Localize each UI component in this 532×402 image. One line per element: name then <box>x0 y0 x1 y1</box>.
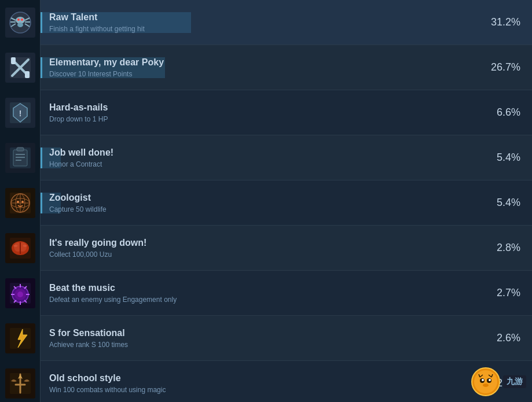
svg-point-68 <box>482 379 484 381</box>
achievement-title: Raw Talent <box>49 12 477 23</box>
achievement-description: Win 100 combats without using magic <box>49 386 477 394</box>
achievement-title: Beat the music <box>49 283 477 293</box>
achievement-row[interactable]: Zoologist Capture 50 wildlife 5.4% <box>0 180 532 226</box>
achievement-title: Zoologist <box>49 193 477 203</box>
achievement-description: Collect 100,000 Uzu <box>49 250 477 259</box>
achievement-description: Finish a fight without getting hit <box>49 25 477 33</box>
achievement-row[interactable]: Old school style Win 100 combats without… <box>0 361 532 402</box>
achievement-icon <box>0 45 41 90</box>
achievement-description: Capture 50 wildlife <box>49 205 477 213</box>
achievement-title: S for Sensational <box>49 328 477 338</box>
achievement-content: Raw Talent Finish a fight without gettin… <box>41 12 486 33</box>
achievement-percent: 5.4% <box>486 197 532 209</box>
svg-point-37 <box>21 201 24 203</box>
achievement-percent: 26.7% <box>486 61 532 73</box>
svg-point-48 <box>17 292 23 297</box>
achievement-percent: 2.6% <box>486 332 532 344</box>
achievement-icon <box>0 316 41 361</box>
achievement-row[interactable]: Job well done! Honor a Contract 5.4% <box>0 135 532 180</box>
svg-point-3 <box>17 23 23 27</box>
achievement-content: S for Sensational Achieve rank S 100 tim… <box>41 328 486 349</box>
achievement-description: Discover 10 Interest Points <box>49 70 477 78</box>
svg-rect-17 <box>25 71 30 78</box>
achievement-description: Honor a Contract <box>49 160 477 168</box>
achievement-description: Defeat an enemy using Engagement only <box>49 296 477 304</box>
achievement-content: Old school style Win 100 combats without… <box>41 373 486 394</box>
svg-point-69 <box>489 379 491 381</box>
svg-text:!: ! <box>19 109 21 118</box>
achievement-icon <box>0 226 41 271</box>
achievement-title: Elementary, my dear Poky <box>49 57 477 68</box>
achievement-content: Elementary, my dear Poky Discover 10 Int… <box>41 57 486 78</box>
svg-point-65 <box>474 370 497 393</box>
achievement-row[interactable]: ! Hard-as-nails Drop down to 1 HP 6.6% <box>0 90 532 135</box>
achievement-title: Hard-as-nails <box>49 102 477 113</box>
svg-point-36 <box>17 201 19 203</box>
achievement-percent: 5.4% <box>486 152 532 164</box>
achievement-content: Zoologist Capture 50 wildlife <box>41 193 486 213</box>
svg-rect-16 <box>11 57 16 64</box>
achievement-icon <box>0 0 41 45</box>
achievement-description: Achieve rank S 100 times <box>49 341 477 349</box>
achievement-icon <box>0 361 41 403</box>
achievement-content: Hard-as-nails Drop down to 1 HP <box>41 102 486 123</box>
achievement-title: It's really going down! <box>49 238 477 248</box>
achievement-percent: 2.8% <box>486 242 532 254</box>
achievement-icon <box>0 180 41 226</box>
watermark-text: 九游 <box>503 375 526 388</box>
achievement-row[interactable]: Elementary, my dear Poky Discover 10 Int… <box>0 45 532 90</box>
achievement-percent: 6.6% <box>486 106 532 119</box>
achievement-icon <box>0 271 41 316</box>
achievement-row[interactable]: It's really going down! Collect 100,000 … <box>0 226 532 271</box>
achievement-content: Job well done! Honor a Contract <box>41 147 486 168</box>
watermark-logo <box>471 367 500 396</box>
achievement-title: Job well done! <box>49 147 477 158</box>
watermark: 九游 <box>471 367 526 396</box>
achievement-description: Drop down to 1 HP <box>49 115 477 123</box>
svg-rect-24 <box>13 150 27 166</box>
achievement-title: Old school style <box>49 373 477 383</box>
achievement-content: It's really going down! Collect 100,000 … <box>41 238 486 259</box>
achievement-content: Beat the music Defeat an enemy using Eng… <box>41 283 486 304</box>
achievement-percent: 31.2% <box>486 16 532 28</box>
achievements-list: Raw Talent Finish a fight without gettin… <box>0 0 532 402</box>
svg-point-11 <box>21 19 23 21</box>
achievement-icon: ! <box>0 90 41 135</box>
achievement-row[interactable]: S for Sensational Achieve rank S 100 tim… <box>0 316 532 361</box>
achievement-percent: 2.7% <box>486 287 532 299</box>
achievement-icon <box>0 135 41 180</box>
achievement-row[interactable]: Beat the music Defeat an enemy using Eng… <box>0 271 532 316</box>
svg-rect-28 <box>17 147 24 151</box>
svg-point-70 <box>483 383 489 387</box>
svg-point-10 <box>17 19 20 21</box>
achievement-row[interactable]: Raw Talent Finish a fight without gettin… <box>0 0 532 45</box>
